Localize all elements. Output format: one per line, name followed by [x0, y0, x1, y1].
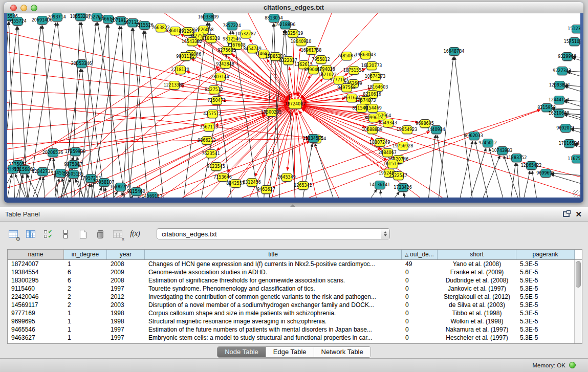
close-panel-icon[interactable]: ✕ — [575, 210, 582, 219]
graph-node[interactable]: 2803144 — [215, 73, 226, 81]
new-table-icon[interactable] — [76, 227, 90, 241]
graph-node[interactable]: 9329966 — [562, 52, 573, 61]
table-row[interactable]: 969969511998Structural magnetic resonanc… — [8, 317, 582, 325]
graph-node[interactable]: 7623541 — [206, 149, 216, 158]
table-row[interactable]: 1872400712008Changes of HCN gene express… — [8, 260, 582, 268]
graph-node[interactable]: 8099613 — [368, 114, 379, 122]
zoom-window-button[interactable] — [31, 5, 37, 11]
column-header-year[interactable]: year — [107, 250, 145, 259]
graph-node[interactable]: 10688839 — [367, 125, 378, 134]
graph-node[interactable]: 16648784 — [449, 47, 460, 56]
graph-node[interactable]: 7485083 — [341, 52, 352, 60]
graph-node[interactable]: 9242848 — [220, 60, 231, 69]
graph-node[interactable]: 9227343 — [557, 67, 568, 75]
float-panel-icon[interactable] — [563, 211, 570, 217]
graph-node[interactable]: 3567113 — [204, 123, 214, 132]
close-window-button[interactable] — [10, 5, 17, 11]
graph-node[interactable]: 9698695 — [420, 119, 430, 128]
graph-node[interactable]: 14569117 — [147, 192, 158, 198]
graph-node[interactable]: 1615132 — [387, 160, 398, 168]
graph-node[interactable]: 11156863 — [19, 165, 30, 174]
table-row[interactable]: 946362711997Embryonic stem cells: a mode… — [8, 334, 582, 342]
graph-node[interactable]: 10532287 — [241, 30, 251, 38]
graph-node[interactable]: 9355724 — [12, 17, 23, 26]
graph-node[interactable]: 7153646 — [217, 173, 228, 182]
graph-node[interactable]: 8186328 — [206, 34, 216, 43]
graph-node[interactable]: 13505135 — [68, 170, 79, 179]
graph-node[interactable]: 9866213 — [202, 136, 212, 145]
graph-node[interactable]: 15751074 — [569, 37, 580, 46]
graph-node[interactable]: 19654923 — [402, 125, 412, 134]
unselect-all-icon[interactable] — [58, 227, 73, 241]
graph-node[interactable]: 10674273 — [370, 72, 381, 81]
graph-node[interactable]: 19363043 — [360, 51, 371, 59]
graph-node[interactable]: 2093714 — [52, 13, 62, 21]
graph-node[interactable]: 16120773 — [366, 61, 377, 70]
graph-node[interactable]: 18807249 — [375, 138, 385, 147]
graph-node[interactable]: 12444154 — [554, 96, 564, 104]
graph-node[interactable]: 7663822 — [156, 24, 166, 32]
column-header-out_de[interactable]: △out_de... — [402, 250, 438, 259]
delete-column-icon[interactable] — [93, 227, 107, 241]
graph-node[interactable]: 16961758 — [306, 46, 317, 55]
graph-node[interactable]: 2718120 — [175, 65, 186, 74]
graph-node[interactable]: 1512356 — [572, 25, 581, 33]
graph-node[interactable]: 7515526 — [139, 21, 150, 30]
window-titlebar[interactable]: citations_edges.txt — [4, 2, 583, 13]
graph-node[interactable]: 17359939 — [70, 147, 81, 156]
graph-node[interactable]: 9154469 — [367, 104, 378, 113]
graph-node[interactable]: 10653287 — [75, 13, 86, 21]
scrollbar-thumb[interactable] — [576, 261, 581, 288]
graph-node[interactable]: 10674873 — [360, 96, 371, 105]
graph-node[interactable]: 18325419 — [288, 29, 298, 38]
graph-node[interactable]: 10743983 — [497, 146, 508, 155]
delete-table-icon[interactable]: x — [111, 227, 125, 241]
graph-node[interactable]: 4257512 — [207, 110, 218, 118]
graph-node[interactable]: 9975887 — [68, 160, 79, 169]
select-all-icon[interactable]: ✔✔ — [41, 227, 55, 241]
column-header-name[interactable]: name — [8, 250, 64, 259]
graph-node[interactable]: 9123545 — [211, 162, 222, 171]
table-settings-icon[interactable]: ⚙ — [6, 227, 20, 241]
graph-node[interactable]: 8813054 — [269, 14, 279, 23]
graph-node[interactable]: 16033809 — [203, 13, 214, 21]
graph-node[interactable]: 20206536 — [48, 148, 58, 157]
graph-node[interactable]: 9497568 — [341, 83, 352, 92]
tab-network-table[interactable]: Network Table — [314, 347, 371, 357]
graph-node[interactable]: 18300295 — [266, 108, 277, 117]
graph-node[interactable]: 2522547 — [393, 171, 404, 180]
tab-edge-table[interactable]: Edge Table — [266, 347, 314, 357]
graph-node[interactable]: 14136141 — [375, 181, 385, 189]
graph-node[interactable]: 1265342 — [298, 181, 309, 190]
table-row[interactable]: 1456911722003Disruption of a novel membe… — [8, 301, 582, 309]
graph-node[interactable]: 1440934 — [431, 125, 442, 134]
graph-node[interactable]: 20691406 — [37, 16, 48, 25]
graph-node[interactable]: 2645349 — [281, 173, 292, 182]
graph-node[interactable]: 16782759 — [115, 183, 126, 191]
graph-node[interactable]: 8962033 — [469, 132, 480, 140]
graph-node[interactable]: 8312456 — [247, 178, 257, 187]
graph-node[interactable]: 7955812 — [316, 55, 326, 64]
table-row[interactable]: 1938455462009Genome-wide association stu… — [8, 268, 582, 276]
graph-node[interactable]: 12065422 — [526, 161, 537, 170]
tab-node-table[interactable]: Node Table — [217, 347, 266, 357]
graph-node[interactable]: 16543382 — [187, 37, 198, 46]
table-selector-dropdown[interactable]: citations_edges.txt — [157, 228, 390, 239]
table-row[interactable]: 977716911998Corpus callosum shape and si… — [8, 309, 582, 317]
graph-node[interactable]: 16958107 — [99, 178, 110, 187]
graph-node[interactable]: 8427512 — [209, 85, 220, 94]
resize-grip[interactable] — [573, 190, 580, 197]
table-scrollbar[interactable] — [574, 260, 582, 343]
graph-node[interactable]: 2084067 — [382, 148, 393, 157]
column-header-in_degree[interactable]: in_degree — [64, 250, 107, 259]
graph-node[interactable]: 9692071 — [560, 124, 571, 133]
network-canvas[interactable]: 1872400718300295766382288601238912954122… — [7, 13, 580, 198]
graph-node[interactable]: 17016504 — [564, 139, 575, 148]
graph-node[interactable]: 8342557 — [230, 179, 241, 188]
graph-node[interactable]: 1733426 — [398, 183, 408, 192]
graph-node[interactable]: 8549343 — [383, 119, 394, 127]
graph-node[interactable]: 8322037 — [283, 56, 294, 65]
graph-node[interactable]: 12213389 — [169, 81, 180, 90]
graph-node[interactable]: 9901131 — [180, 52, 191, 61]
graph-node[interactable]: 18724007 — [289, 99, 302, 109]
